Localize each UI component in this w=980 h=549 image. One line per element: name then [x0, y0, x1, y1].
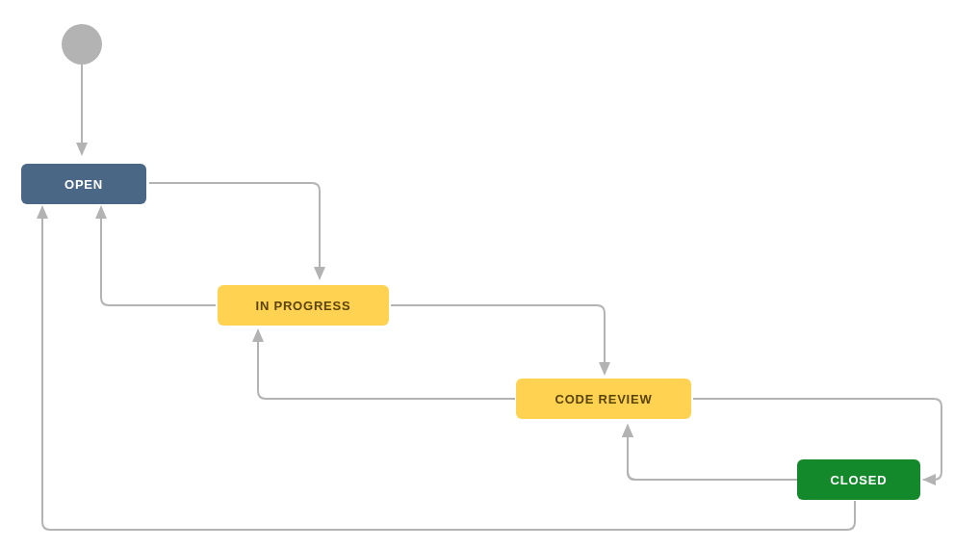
edge-inprogress-to-codereview — [391, 305, 605, 374]
edge-closed-to-codereview-full — [628, 426, 797, 480]
edge-codereview-to-closed — [693, 399, 787, 480]
edge-closereview-to-closed-right — [924, 399, 941, 480]
svg-rect-3 — [732, 472, 799, 487]
state-in-progress: IN PROGRESS — [218, 285, 389, 326]
edge-codereview-to-inprogress — [258, 330, 515, 399]
svg-rect-2 — [720, 399, 735, 485]
workflow-diagram: OPEN IN PROGRESS CODE REVIEW CLOSED — [0, 0, 980, 549]
edge-open-to-inprogress — [149, 183, 320, 278]
state-open-label: OPEN — [64, 177, 103, 192]
svg-rect-1 — [693, 390, 943, 409]
state-closed: CLOSED — [797, 459, 920, 500]
start-node — [62, 24, 102, 65]
state-closed-label: CLOSED — [831, 473, 888, 487]
edge-inprogress-to-open — [101, 207, 216, 305]
edge-closed-to-open — [42, 207, 855, 530]
svg-rect-0 — [924, 390, 963, 486]
edge-closed-to-codereview — [628, 426, 797, 480]
state-in-progress-label: IN PROGRESS — [256, 299, 351, 313]
state-open: OPEN — [21, 164, 146, 204]
state-code-review: CODE REVIEW — [516, 379, 691, 419]
state-code-review-label: CODE REVIEW — [554, 392, 652, 406]
